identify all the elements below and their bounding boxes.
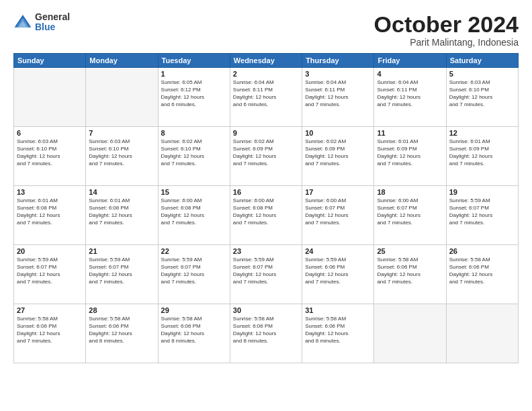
day-info: Sunrise: 5:59 AMSunset: 6:06 PMDaylight:… [305, 257, 371, 285]
calendar-cell: 17Sunrise: 6:00 AMSunset: 6:07 PMDayligh… [302, 186, 374, 245]
day-info: Sunrise: 6:00 AMSunset: 6:07 PMDaylight:… [305, 197, 371, 226]
calendar-cell: 26Sunrise: 5:58 AMSunset: 6:06 PMDayligh… [446, 245, 518, 304]
logo-icon [13, 13, 32, 32]
day-info: Sunrise: 6:02 AMSunset: 6:09 PMDaylight:… [233, 138, 299, 167]
calendar-cell: 20Sunrise: 5:59 AMSunset: 6:07 PMDayligh… [14, 245, 86, 304]
day-number: 24 [305, 247, 371, 255]
month-title: October 2024 [374, 12, 519, 37]
day-number: 15 [161, 188, 227, 196]
day-number: 23 [233, 247, 299, 255]
day-number: 21 [89, 247, 154, 255]
day-info: Sunrise: 5:59 AMSunset: 6:07 PMDaylight:… [161, 257, 227, 285]
calendar-cell: 3Sunrise: 6:04 AMSunset: 6:11 PMDaylight… [302, 68, 374, 127]
header: General Blue October 2024 Parit Malintan… [13, 12, 519, 48]
logo-general: General [35, 12, 70, 22]
calendar-cell: 22Sunrise: 5:59 AMSunset: 6:07 PMDayligh… [158, 245, 230, 304]
calendar-cell: 10Sunrise: 6:02 AMSunset: 6:09 PMDayligh… [302, 127, 374, 186]
day-number: 31 [305, 306, 371, 314]
calendar-cell: 13Sunrise: 6:01 AMSunset: 6:08 PMDayligh… [14, 186, 86, 245]
week-row-3: 13Sunrise: 6:01 AMSunset: 6:08 PMDayligh… [14, 186, 519, 245]
calendar-cell: 19Sunrise: 5:59 AMSunset: 6:07 PMDayligh… [446, 186, 518, 245]
calendar-cell: 9Sunrise: 6:02 AMSunset: 6:09 PMDaylight… [230, 127, 302, 186]
day-info: Sunrise: 6:00 AMSunset: 6:07 PMDaylight:… [377, 197, 443, 226]
day-info: Sunrise: 6:04 AMSunset: 6:11 PMDaylight:… [233, 79, 299, 108]
calendar-cell: 27Sunrise: 5:58 AMSunset: 6:06 PMDayligh… [14, 304, 86, 363]
calendar-cell: 16Sunrise: 6:00 AMSunset: 6:08 PMDayligh… [230, 186, 302, 245]
calendar-cell: 30Sunrise: 5:58 AMSunset: 6:06 PMDayligh… [230, 304, 302, 363]
day-number: 26 [449, 247, 515, 255]
day-header-sunday: Sunday [14, 54, 86, 68]
day-number: 13 [17, 188, 83, 196]
day-number: 30 [233, 306, 299, 314]
day-number: 18 [377, 188, 443, 196]
day-header-wednesday: Wednesday [230, 54, 302, 68]
day-number: 3 [305, 70, 371, 78]
logo: General Blue [13, 12, 70, 33]
day-info: Sunrise: 6:01 AMSunset: 6:09 PMDaylight:… [449, 138, 515, 167]
day-info: Sunrise: 5:58 AMSunset: 6:06 PMDaylight:… [89, 316, 154, 345]
calendar-cell: 23Sunrise: 5:59 AMSunset: 6:07 PMDayligh… [230, 245, 302, 304]
day-info: Sunrise: 5:58 AMSunset: 6:06 PMDaylight:… [17, 316, 83, 345]
day-number: 5 [449, 70, 515, 78]
calendar-cell: 18Sunrise: 6:00 AMSunset: 6:07 PMDayligh… [374, 186, 446, 245]
calendar-header-row: SundayMondayTuesdayWednesdayThursdayFrid… [14, 54, 519, 68]
calendar-cell: 31Sunrise: 5:58 AMSunset: 6:06 PMDayligh… [302, 304, 374, 363]
day-info: Sunrise: 5:59 AMSunset: 6:07 PMDaylight:… [233, 257, 299, 285]
calendar-cell: 7Sunrise: 6:03 AMSunset: 6:10 PMDaylight… [86, 127, 158, 186]
day-info: Sunrise: 5:59 AMSunset: 6:07 PMDaylight:… [17, 257, 83, 285]
day-number: 25 [377, 247, 443, 255]
calendar-cell: 11Sunrise: 6:01 AMSunset: 6:09 PMDayligh… [374, 127, 446, 186]
calendar-cell: 28Sunrise: 5:58 AMSunset: 6:06 PMDayligh… [86, 304, 158, 363]
day-number: 1 [161, 70, 227, 78]
calendar-cell: 29Sunrise: 5:58 AMSunset: 6:06 PMDayligh… [158, 304, 230, 363]
calendar-cell: 14Sunrise: 6:01 AMSunset: 6:08 PMDayligh… [86, 186, 158, 245]
calendar-cell: 2Sunrise: 6:04 AMSunset: 6:11 PMDaylight… [230, 68, 302, 127]
day-number: 10 [305, 129, 371, 137]
day-info: Sunrise: 6:02 AMSunset: 6:10 PMDaylight:… [161, 138, 227, 167]
day-info: Sunrise: 6:00 AMSunset: 6:08 PMDaylight:… [233, 197, 299, 226]
day-header-thursday: Thursday [302, 54, 374, 68]
week-row-1: 1Sunrise: 6:05 AMSunset: 6:12 PMDaylight… [14, 68, 519, 127]
calendar-cell: 24Sunrise: 5:59 AMSunset: 6:06 PMDayligh… [302, 245, 374, 304]
day-number: 9 [233, 129, 299, 137]
day-info: Sunrise: 5:59 AMSunset: 6:07 PMDaylight:… [89, 257, 154, 285]
day-info: Sunrise: 6:03 AMSunset: 6:10 PMDaylight:… [449, 79, 515, 108]
day-info: Sunrise: 5:58 AMSunset: 6:06 PMDaylight:… [377, 257, 443, 285]
calendar-cell [446, 304, 518, 363]
calendar-cell: 15Sunrise: 6:00 AMSunset: 6:08 PMDayligh… [158, 186, 230, 245]
calendar-cell [374, 304, 446, 363]
day-number: 6 [17, 129, 83, 137]
day-info: Sunrise: 6:04 AMSunset: 6:11 PMDaylight:… [377, 79, 443, 108]
day-number: 11 [377, 129, 443, 137]
title-block: October 2024 Parit Malintang, Indonesia [374, 12, 519, 48]
day-number: 29 [161, 306, 227, 314]
week-row-2: 6Sunrise: 6:03 AMSunset: 6:10 PMDaylight… [14, 127, 519, 186]
day-info: Sunrise: 6:00 AMSunset: 6:08 PMDaylight:… [161, 197, 227, 226]
calendar-cell: 21Sunrise: 5:59 AMSunset: 6:07 PMDayligh… [86, 245, 158, 304]
page: General Blue October 2024 Parit Malintan… [0, 0, 532, 411]
calendar-cell: 1Sunrise: 6:05 AMSunset: 6:12 PMDaylight… [158, 68, 230, 127]
location-subtitle: Parit Malintang, Indonesia [374, 37, 519, 48]
day-info: Sunrise: 5:58 AMSunset: 6:06 PMDaylight:… [233, 316, 299, 345]
day-info: Sunrise: 5:58 AMSunset: 6:06 PMDaylight:… [305, 316, 371, 345]
calendar-cell: 25Sunrise: 5:58 AMSunset: 6:06 PMDayligh… [374, 245, 446, 304]
day-number: 19 [449, 188, 515, 196]
day-number: 8 [161, 129, 227, 137]
day-number: 20 [17, 247, 83, 255]
day-number: 22 [161, 247, 227, 255]
day-number: 27 [17, 306, 83, 314]
calendar-cell: 8Sunrise: 6:02 AMSunset: 6:10 PMDaylight… [158, 127, 230, 186]
day-header-monday: Monday [86, 54, 158, 68]
day-info: Sunrise: 6:05 AMSunset: 6:12 PMDaylight:… [161, 79, 227, 108]
day-info: Sunrise: 5:58 AMSunset: 6:06 PMDaylight:… [449, 257, 515, 285]
day-info: Sunrise: 6:04 AMSunset: 6:11 PMDaylight:… [305, 79, 371, 108]
day-info: Sunrise: 6:02 AMSunset: 6:09 PMDaylight:… [305, 138, 371, 167]
day-number: 16 [233, 188, 299, 196]
calendar-cell [86, 68, 158, 127]
day-header-friday: Friday [374, 54, 446, 68]
day-header-tuesday: Tuesday [158, 54, 230, 68]
day-info: Sunrise: 6:01 AMSunset: 6:09 PMDaylight:… [377, 138, 443, 167]
calendar-cell [14, 68, 86, 127]
calendar-cell: 12Sunrise: 6:01 AMSunset: 6:09 PMDayligh… [446, 127, 518, 186]
calendar-cell: 4Sunrise: 6:04 AMSunset: 6:11 PMDaylight… [374, 68, 446, 127]
